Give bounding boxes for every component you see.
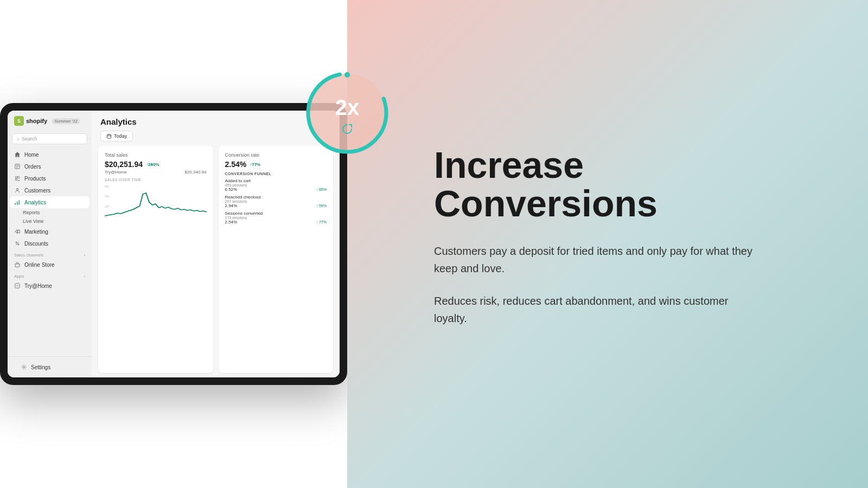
nav-section: Home Orders Products Customers	[8, 146, 92, 356]
products-icon	[14, 175, 21, 182]
total-sales-title: Total sales	[105, 152, 207, 158]
search-icon: ⌕	[17, 136, 20, 142]
sidebar-item-reports[interactable]: Reports	[8, 208, 92, 217]
funnel-row-1: 2.94% ↑ 59%	[225, 203, 327, 208]
svg-text:0: 0	[105, 215, 107, 218]
circle-badge: 2x	[304, 69, 391, 156]
chart-label: SALES OVER TIME	[105, 178, 207, 182]
funnel-item-2: Sessions converted 179 sessions 2.54% ↑ …	[225, 211, 327, 224]
funnel-sessions-1: 207 sessions	[225, 200, 327, 203]
nav-settings-label: Settings	[31, 364, 50, 370]
analytics-cards: Total sales $20,251.94 ↑280% Try@Home $2…	[92, 146, 340, 377]
svg-text:4K: 4K	[105, 194, 110, 197]
total-sales-value-row: $20,251.94 ↑280%	[105, 160, 207, 169]
nav-tryhome-label: Try@Home	[24, 283, 52, 289]
conversion-rate-change: ↑77%	[250, 162, 260, 167]
svg-point-9	[18, 244, 19, 245]
main-content-area: Analytics Today Total sales $20,251.94 ↑…	[92, 111, 340, 377]
sales-chart: 6K 4K 2K 0	[105, 183, 207, 221]
svg-point-4	[16, 188, 18, 190]
home-icon	[14, 151, 21, 158]
sidebar-bottom: Settings	[8, 356, 92, 377]
headline-line1: Increase	[434, 144, 584, 185]
sales-channels-label: Sales channels ›	[8, 249, 92, 259]
today-button[interactable]: Today	[100, 131, 133, 142]
funnel-row-0: 6.52% ↑ 85%	[225, 187, 327, 192]
svg-text:2x: 2x	[335, 95, 360, 119]
sidebar-item-analytics[interactable]: Analytics	[10, 196, 90, 208]
apps-section-label: Apps ›	[8, 271, 92, 280]
nav-customers-label: Customers	[24, 188, 50, 194]
headline: Increase Conversions	[434, 146, 760, 223]
nav-onlinestore-label: Online Store	[24, 262, 55, 268]
conversion-rate-card: Conversion rate 2.54% ↑77% CONVERSION FU…	[219, 146, 334, 373]
total-sales-change: ↑280%	[146, 162, 159, 167]
circle-badge-container: 2x	[304, 69, 391, 158]
total-sales-subtitle: Try@Home $20,340.94	[105, 170, 207, 175]
sidebar-item-settings[interactable]: Settings	[14, 361, 85, 373]
svg-line-10	[16, 242, 19, 245]
shopify-logo-text: shopify	[26, 118, 47, 124]
headline-line2: Conversions	[434, 183, 658, 224]
conversion-rate-value-row: 2.54% ↑77%	[225, 160, 327, 169]
settings-icon	[21, 364, 27, 370]
marketing-icon	[14, 228, 21, 235]
nav-analytics-label: Analytics	[24, 200, 46, 206]
nav-reports-label: Reports	[23, 210, 40, 215]
funnel-rate-1: 2.94%	[225, 203, 238, 208]
funnel-rate-2: 2.54%	[225, 220, 238, 224]
total-sales-card: Total sales $20,251.94 ↑280% Try@Home $2…	[98, 146, 213, 373]
sidebar-item-liveview[interactable]: Live View	[8, 217, 92, 226]
funnel-change-1: ↑ 59%	[316, 204, 327, 208]
conversion-rate-value: 2.54%	[225, 160, 247, 169]
right-content: Increase Conversions Customers pay a dep…	[434, 146, 760, 343]
shopify-sidebar: S shopify Summer '22 ⌕ Search Home	[8, 111, 92, 377]
left-panel: S shopify Summer '22 ⌕ Search Home	[0, 0, 347, 488]
funnel-sessions-0: 459 sessions	[225, 183, 327, 187]
total-sales-amount: $20,251.94	[105, 160, 143, 169]
sidebar-item-home[interactable]: Home	[8, 149, 92, 160]
funnel-sessions-2: 179 sessions	[225, 216, 327, 220]
discounts-icon	[14, 240, 21, 247]
main-header: Analytics Today	[92, 111, 340, 146]
svg-point-24	[344, 72, 350, 78]
funnel-row-2: 2.54% ↑ 77%	[225, 220, 327, 224]
customers-icon	[14, 187, 21, 194]
description-para2: Reduces risk, reduces cart abandonment, …	[434, 292, 760, 327]
store-icon	[14, 261, 21, 268]
svg-text:2K: 2K	[105, 204, 110, 208]
nav-liveview-label: Live View	[23, 219, 43, 224]
sidebar-item-marketing[interactable]: Marketing	[8, 226, 92, 237]
svg-rect-6	[17, 202, 18, 205]
funnel-title: CONVERSION FUNNEL	[225, 172, 327, 176]
svg-rect-5	[15, 203, 16, 205]
sidebar-item-discounts[interactable]: Discounts	[8, 237, 92, 249]
svg-text:6K: 6K	[105, 184, 110, 188]
funnel-rate-0: 6.52%	[225, 187, 238, 192]
orders-icon	[14, 163, 21, 170]
svg-rect-7	[18, 200, 20, 204]
page-title: Analytics	[100, 117, 331, 126]
sidebar-item-products[interactable]: Products	[8, 172, 92, 184]
search-bar[interactable]: ⌕ Search	[12, 133, 87, 144]
analytics-icon	[14, 199, 21, 206]
funnel-item-0: Added to cart 459 sessions 6.52% ↑ 85%	[225, 178, 327, 192]
conversion-funnel-section: CONVERSION FUNNEL Added to cart 459 sess…	[225, 172, 327, 224]
tablet-mockup: S shopify Summer '22 ⌕ Search Home	[0, 103, 347, 385]
sidebar-item-tryhome[interactable]: Try@Home	[8, 280, 92, 292]
nav-home-label: Home	[24, 152, 39, 158]
sidebar-item-customers[interactable]: Customers	[8, 184, 92, 196]
funnel-label-2: Sessions converted	[225, 211, 327, 216]
svg-point-13	[23, 366, 25, 368]
sidebar-header: S shopify Summer '22	[8, 111, 92, 131]
search-placeholder: Search	[22, 136, 37, 142]
app-icon	[14, 282, 21, 289]
nav-products-label: Products	[24, 176, 46, 182]
sidebar-item-orders[interactable]: Orders	[8, 160, 92, 172]
shopify-logo: S shopify	[14, 116, 47, 126]
funnel-item-1: Reached checkout 207 sessions 2.94% ↑ 59…	[225, 195, 327, 208]
nav-marketing-label: Marketing	[24, 229, 48, 235]
sidebar-item-onlinestore[interactable]: Online Store	[8, 259, 92, 271]
svg-rect-14	[107, 134, 111, 138]
description-para1: Customers pay a deposit for tried items …	[434, 242, 760, 277]
